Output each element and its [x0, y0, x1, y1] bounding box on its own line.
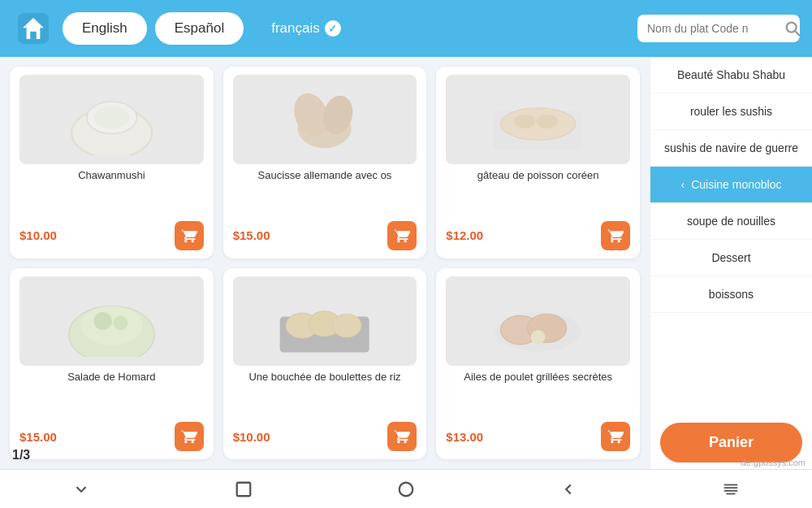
sidebar-item-label: Dessert	[711, 251, 750, 264]
sidebar-item-cuisine[interactable]: ‹ Cuisine monobloc	[650, 167, 812, 203]
espanol-lang-button[interactable]: Español	[155, 12, 244, 45]
food-card: gâteau de poisson coréen $12.00	[436, 67, 640, 258]
food-footer: $10.00	[19, 221, 204, 250]
add-to-cart-button[interactable]	[175, 221, 204, 250]
svg-point-3	[787, 23, 797, 33]
svg-point-14	[536, 114, 557, 128]
svg-point-7	[93, 107, 129, 128]
francais-label: français	[271, 20, 320, 37]
sidebar-item-label: soupe de nouilles	[687, 215, 775, 228]
food-name: Saucisse allemande avec os	[258, 169, 392, 183]
svg-point-16	[80, 306, 143, 345]
food-price: $15.00	[233, 228, 270, 242]
food-card: Saucisse allemande avec os $15.00	[223, 67, 427, 258]
food-image	[233, 276, 417, 366]
nav-circle-icon[interactable]	[397, 480, 415, 498]
add-to-cart-button[interactable]	[387, 221, 417, 250]
nav-square-icon[interactable]	[235, 480, 253, 498]
svg-line-4	[795, 31, 800, 36]
francais-lang-button[interactable]: français ✓	[252, 12, 361, 45]
food-price: $15.00	[19, 430, 57, 444]
food-name: Ailes de poulet grillées secrètes	[464, 371, 612, 384]
sidebar-item-label: rouler les sushis	[690, 105, 772, 118]
search-input[interactable]	[647, 22, 777, 35]
food-footer: $15.00	[233, 221, 417, 250]
food-image	[446, 75, 630, 164]
food-footer: $12.00	[446, 221, 630, 250]
svg-point-17	[93, 312, 111, 330]
bottom-bar	[0, 469, 812, 508]
active-check-icon: ✓	[325, 20, 341, 37]
english-lang-button[interactable]: English	[63, 12, 147, 45]
sidebar-item-sushi-roll[interactable]: rouler les sushis	[650, 93, 812, 130]
sidebar-item-label: boissons	[709, 288, 754, 301]
food-name: Salade de Homard	[67, 371, 155, 384]
svg-point-18	[114, 315, 128, 330]
page-indicator: 1/3	[12, 448, 30, 462]
search-icon	[784, 20, 801, 37]
food-image	[19, 276, 204, 366]
svg-point-28	[400, 482, 413, 496]
food-grid: Chawanmushi $10.00 Saucisse allemande av…	[0, 57, 650, 469]
food-image	[233, 75, 417, 164]
nav-down-icon[interactable]	[72, 480, 90, 498]
add-to-cart-button[interactable]	[387, 422, 417, 451]
food-footer: $15.00	[19, 422, 204, 451]
food-card: Salade de Homard $15.00	[10, 268, 214, 460]
sidebar-item-label: Beauté Shabu Shabu	[677, 68, 785, 81]
sidebar-item-drinks[interactable]: boissons	[650, 276, 812, 313]
svg-rect-2	[30, 32, 37, 39]
food-card: Ailes de poulet grillées secrètes $13.00	[436, 268, 640, 460]
food-image	[19, 75, 204, 164]
add-to-cart-button[interactable]	[601, 422, 630, 451]
food-price: $10.00	[19, 228, 57, 242]
food-price: $12.00	[446, 228, 483, 242]
sidebar-item-sushi-war[interactable]: sushis de navire de guerre	[650, 130, 812, 167]
food-name: gâteau de poisson coréen	[477, 169, 599, 183]
nav-menu-icon[interactable]	[722, 480, 740, 498]
sidebar: Beauté Shabu Shaburouler les sushissushi…	[650, 57, 812, 469]
svg-point-22	[333, 314, 361, 337]
svg-point-13	[514, 114, 535, 128]
svg-rect-27	[237, 482, 251, 496]
svg-point-26	[531, 330, 546, 345]
food-card: Une bouchée de boulettes de riz $10.00	[223, 268, 427, 460]
food-name: Chawanmushi	[78, 169, 145, 183]
active-arrow-icon: ‹	[681, 178, 685, 191]
nav-back-icon[interactable]	[559, 480, 577, 498]
food-image	[446, 276, 630, 366]
add-to-cart-button[interactable]	[601, 221, 630, 250]
food-price: $10.00	[233, 430, 270, 444]
search-box	[637, 15, 800, 42]
sidebar-item-dessert[interactable]: Dessert	[650, 240, 812, 276]
sidebar-item-label: Cuisine monobloc	[691, 178, 781, 191]
food-price: $13.00	[446, 430, 483, 444]
sidebar-item-noodles[interactable]: soupe de nouilles	[650, 203, 812, 240]
panier-button[interactable]: Panier	[660, 423, 802, 462]
add-to-cart-button[interactable]	[175, 422, 204, 451]
header: English Español français ✓	[0, 0, 812, 57]
food-card: Chawanmushi $10.00	[10, 67, 214, 258]
home-button[interactable]	[12, 7, 54, 50]
food-footer: $13.00	[446, 422, 630, 451]
watermark: de.gpossys.com	[741, 458, 806, 467]
sidebar-item-beaute[interactable]: Beauté Shabu Shabu	[650, 57, 812, 93]
main-content: Chawanmushi $10.00 Saucisse allemande av…	[0, 57, 812, 469]
food-footer: $10.00	[233, 422, 417, 451]
food-name: Une bouchée de boulettes de riz	[248, 371, 400, 384]
sidebar-item-label: sushis de navire de guerre	[664, 141, 798, 154]
